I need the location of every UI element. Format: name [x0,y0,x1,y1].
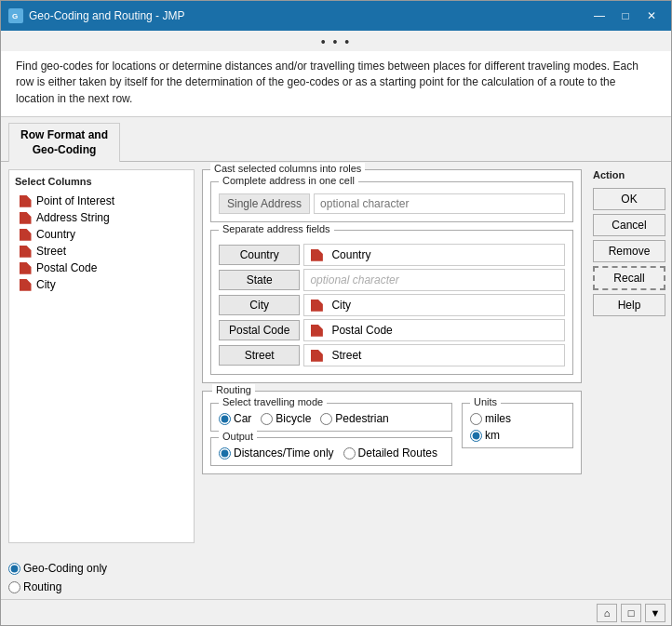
list-item[interactable]: Postal Code [15,260,188,276]
main-window: G Geo-Coding and Routing - JMP — □ ✕ • •… [0,0,672,626]
state-field-value: optional character [303,269,565,291]
units-title: Units [470,396,501,407]
output-title: Output [219,431,257,442]
country-icon [310,248,323,261]
tab-row-format[interactable]: Row Format and Geo-Coding [8,123,120,162]
column-icon [19,261,32,274]
description-text: Find geo-codes for locations or determin… [1,51,671,117]
city-field-button[interactable]: City [219,295,300,315]
list-item[interactable]: Point of Interest [15,193,188,209]
postalcode-icon [310,324,323,337]
window-controls: — □ ✕ [587,7,664,25]
routing-option[interactable]: Routing [8,580,120,593]
statusbar: ⌂ □ ▼ [1,599,671,625]
column-icon [19,211,32,224]
complete-address-group: Complete address in one cell Single Addr… [210,181,573,222]
column-icon [19,194,32,207]
mode-radio-panel: Geo-Coding only Routing [8,558,120,593]
separate-fields-group: Separate address fields Country Country … [210,230,573,375]
cancel-button[interactable]: Cancel [593,214,665,236]
output-distances-option[interactable]: Distances/Time only [219,446,334,460]
routing-title: Routing [212,384,255,395]
city-field-value: City [303,294,565,316]
travel-bicycle-option[interactable]: Bicycle [261,412,311,425]
help-button[interactable]: Help [593,294,665,316]
app-icon: G [8,8,23,23]
window-status-button[interactable]: □ [621,604,641,622]
action-panel: Action OK Cancel Remove Recall Help [587,162,671,551]
units-group: Units miles km [462,403,573,448]
cast-panel-title: Cast selected columns into roles [210,163,365,174]
action-label: Action [593,169,665,180]
minimize-button[interactable]: — [587,7,612,25]
separate-fields-title: Separate address fields [219,223,334,234]
remove-button[interactable]: Remove [593,240,665,262]
single-address-label: Single Address [219,193,310,214]
street-field-button[interactable]: Street [219,345,300,366]
column-list: Point of Interest Address String Country [15,193,188,293]
list-item[interactable]: Street [15,243,188,260]
city-icon [310,299,323,312]
output-detailed-option[interactable]: Detailed Routes [343,446,437,460]
close-button[interactable]: ✕ [639,7,664,25]
svg-text:G: G [12,12,18,20]
titlebar: G Geo-Coding and Routing - JMP — □ ✕ [1,1,671,31]
select-columns-panel: Select Columns Point of Interest Address… [8,169,195,543]
travel-mode-group: Select travelling mode Car Bicycle [210,403,452,432]
country-field-value: Country [303,244,565,266]
ok-button[interactable]: OK [593,188,665,210]
fields-grid: Country Country State optional character [219,244,565,366]
cast-panel: Cast selected columns into roles Complet… [202,169,582,383]
list-item[interactable]: Address String [15,209,188,226]
complete-address-title: Complete address in one cell [219,175,358,186]
street-icon [310,349,323,362]
recall-button[interactable]: Recall [593,266,665,290]
home-status-button[interactable]: ⌂ [597,604,617,622]
travel-car-option[interactable]: Car [219,412,251,425]
arrow-status-button[interactable]: ▼ [645,604,665,622]
output-group: Output Distances/Time only Detailed Rout… [210,437,452,466]
maximize-button[interactable]: □ [613,7,638,25]
list-item[interactable]: City [15,276,188,293]
column-icon [19,228,32,241]
country-field-button[interactable]: Country [219,245,300,265]
select-columns-label: Select Columns [15,176,188,187]
travel-pedestrian-option[interactable]: Pedestrian [320,412,388,425]
routing-section: Routing Select travelling mode Car [202,391,582,474]
travel-mode-title: Select travelling mode [219,396,327,407]
dots: • • • [1,31,671,51]
content-area: • • • Find geo-codes for locations or de… [1,31,671,625]
units-km-option[interactable]: km [470,429,500,442]
list-item[interactable]: Country [15,226,188,243]
units-miles-option[interactable]: miles [470,412,511,425]
postalcode-field-button[interactable]: Postal Code [219,320,300,340]
geocoding-only-option[interactable]: Geo-Coding only [8,562,120,575]
column-icon [19,278,32,291]
postalcode-field-value: Postal Code [303,319,565,341]
column-icon [19,245,32,258]
single-address-input[interactable] [314,193,565,214]
window-title: Geo-Coding and Routing - JMP [29,9,587,22]
street-field-value: Street [303,344,565,366]
state-field-button[interactable]: State [219,270,300,290]
